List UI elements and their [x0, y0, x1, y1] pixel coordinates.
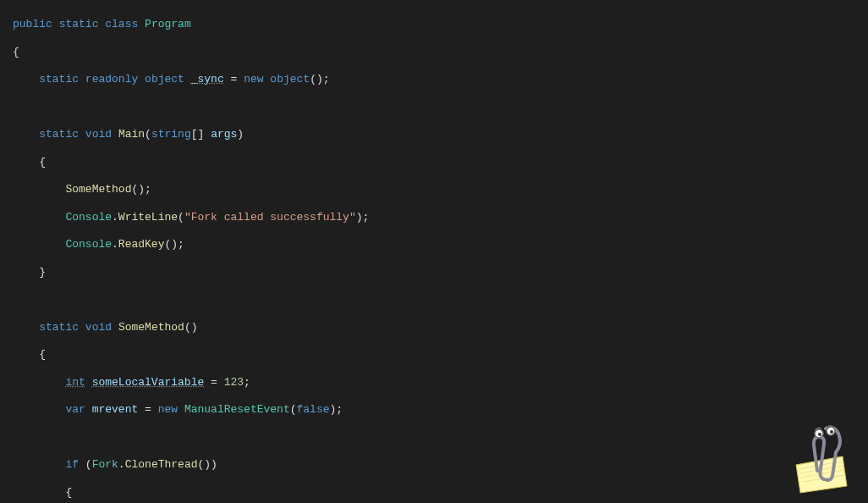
keyword-class: class [105, 18, 138, 30]
code-line: if (Fork.CloneThread()) [13, 458, 855, 472]
svg-point-3 [830, 430, 833, 434]
code-line: { [13, 348, 855, 362]
keyword-public: public [13, 18, 52, 30]
method-main: Main [118, 128, 145, 141]
code-line: public static class Program [13, 18, 855, 31]
code-line: int someLocalVariable = 123; [13, 376, 855, 390]
method-somemethod: SomeMethod [118, 321, 184, 334]
code-line: var mrevent = new ManualResetEvent(false… [13, 403, 855, 417]
code-line: static void Main(string[] args) [13, 128, 855, 141]
svg-point-1 [818, 433, 821, 436]
code-line: { [13, 46, 855, 59]
code-line: static readonly object _sync = new objec… [13, 73, 855, 86]
blank-line [13, 293, 855, 307]
code-editor[interactable]: public static class Program { static rea… [13, 4, 855, 503]
keyword-static: static [59, 18, 99, 30]
code-line: { [13, 156, 855, 169]
clippy-assistant-icon[interactable] [783, 418, 860, 495]
blank-line [13, 101, 855, 114]
code-line: } [13, 266, 855, 279]
code-line: Console.ReadKey(); [13, 238, 855, 252]
code-line: { [13, 486, 855, 500]
field-sync: _sync [191, 73, 224, 86]
code-line: Console.WriteLine("Fork called successfu… [13, 211, 855, 224]
class-name: Program [145, 18, 191, 30]
code-line: SomeMethod(); [13, 183, 855, 196]
code-line: static void SomeMethod() [13, 321, 855, 334]
blank-line [13, 431, 855, 445]
